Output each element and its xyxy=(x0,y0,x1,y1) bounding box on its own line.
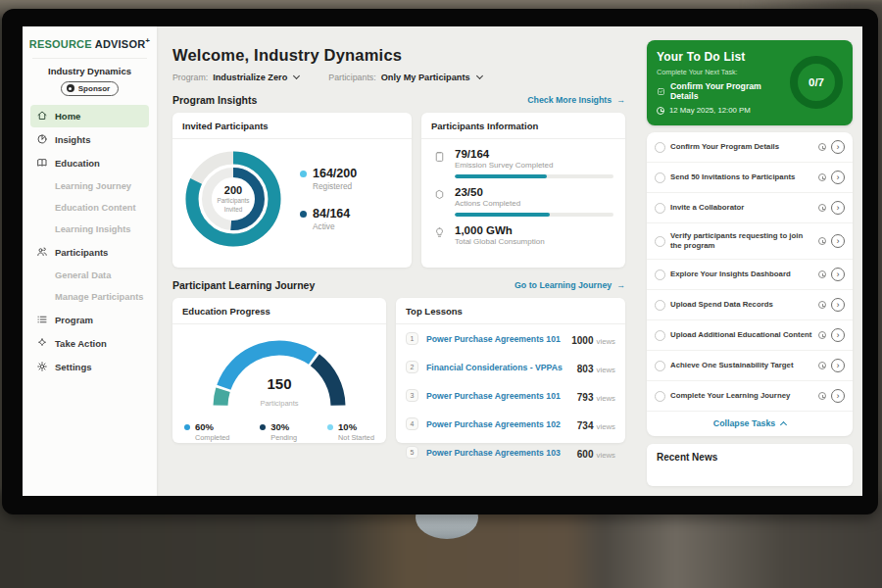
chevron-right-icon[interactable]: › xyxy=(831,201,845,215)
chevron-glyph: › xyxy=(837,143,840,152)
lesson-row[interactable]: 4 Power Purchase Agreements 102 734views xyxy=(396,410,625,438)
todo-tasks-list: Confirm Your Program Details › Send 50 I… xyxy=(647,132,853,436)
views-count: 803 xyxy=(577,364,594,374)
main-content: Welcome, Industry Dynamics Program: Indu… xyxy=(157,26,637,496)
recent-news-card: Recent News xyxy=(647,444,853,486)
chevron-up-icon xyxy=(780,421,787,428)
task-row[interactable]: Invite a Collaborator › xyxy=(647,193,853,223)
sidebar-item-education[interactable]: Education xyxy=(30,152,149,174)
task-row[interactable]: Complete Your Learning Journey › xyxy=(647,381,853,412)
task-checkbox[interactable] xyxy=(655,361,665,371)
logo-text-primary: RESOURCE xyxy=(29,38,92,50)
dashboard-screen: RESOURCEADVISOR+ Industry Dynamics Spons… xyxy=(23,26,862,496)
lesson-link[interactable]: Power Purchase Agreements 103 xyxy=(426,448,569,458)
task-row[interactable]: Explore Your Insights Dashboard › xyxy=(647,260,853,290)
clock-icon xyxy=(818,204,826,212)
collapse-tasks-link[interactable]: Collapse Tasks xyxy=(647,412,853,436)
chevron-down-icon xyxy=(293,73,300,79)
task-checkbox[interactable] xyxy=(655,236,665,247)
sidebar-item-home[interactable]: Home xyxy=(30,105,149,127)
sidebar-item-label: Program xyxy=(55,315,93,325)
lesson-row[interactable]: 5 Power Purchase Agreements 103 600views xyxy=(396,438,625,466)
insights-icon xyxy=(36,133,48,145)
top-lessons-card: Top Lessons 1 Power Purchase Agreements … xyxy=(396,298,625,443)
task-checkbox[interactable] xyxy=(655,270,665,280)
chevron-right-icon[interactable]: › xyxy=(831,389,845,403)
todo-next-task[interactable]: Confirm Your Program Details xyxy=(657,81,784,101)
todo-title: Your To Do List xyxy=(657,50,784,64)
task-row[interactable]: Confirm Your Program Details › xyxy=(647,132,853,163)
sidebar-item-take-action[interactable]: Take Action xyxy=(30,332,149,355)
clock-icon xyxy=(818,392,826,400)
task-row[interactable]: Send 50 Invitations to Participants › xyxy=(647,163,853,193)
legend-value: 84/164 xyxy=(313,207,350,220)
chevron-right-icon[interactable]: › xyxy=(831,359,845,372)
app-logo[interactable]: RESOURCEADVISOR+ xyxy=(23,36,157,50)
todo-progress-ring: 0/7 xyxy=(790,56,843,109)
collapse-label: Collapse Tasks xyxy=(713,418,775,428)
lesson-row[interactable]: 3 Power Purchase Agreements 101 793views xyxy=(396,381,625,410)
sidebar-item-education-content[interactable]: Education Content xyxy=(23,197,157,219)
sidebar-item-program[interactable]: Program xyxy=(30,309,149,331)
donut-legend: 164/200 Registered 84/164 Active xyxy=(300,167,357,231)
sidebar: RESOURCEADVISOR+ Industry Dynamics Spons… xyxy=(23,26,157,496)
lesson-link[interactable]: Power Purchase Agreements 101 xyxy=(426,391,569,401)
task-checkbox[interactable] xyxy=(655,330,665,341)
chevron-glyph: › xyxy=(837,392,840,401)
chevron-right-icon[interactable]: › xyxy=(831,140,845,154)
link-label: Check More Insights xyxy=(527,95,612,105)
chevron-right-icon[interactable]: › xyxy=(831,171,845,184)
gauge-center-caption: Participants xyxy=(260,399,298,408)
participants-select[interactable]: Participants: Only My Participants xyxy=(328,73,481,82)
chevron-right-icon[interactable]: › xyxy=(831,328,845,342)
check-more-insights-link[interactable]: Check More Insights → xyxy=(527,95,625,105)
lesson-row[interactable]: 2 Financial Considerations - VPPAs 803vi… xyxy=(396,353,625,381)
lesson-row[interactable]: 1 Power Purchase Agreements 101 1000view… xyxy=(396,324,625,353)
task-checkbox[interactable] xyxy=(655,203,665,214)
actions-progress-bar xyxy=(455,213,613,217)
sidebar-item-manage-participants[interactable]: Manage Participants xyxy=(23,286,157,308)
stat-label: Emission Survey Completed xyxy=(455,161,613,170)
participants-select-value: Only My Participants xyxy=(381,73,470,82)
progress-bar-fill xyxy=(455,174,547,178)
lesson-link[interactable]: Power Purchase Agreements 102 xyxy=(426,419,569,429)
sidebar-item-settings[interactable]: Settings xyxy=(30,356,149,378)
sidebar-item-learning-journey[interactable]: Learning Journey xyxy=(23,175,157,197)
emission-progress-bar xyxy=(455,174,613,178)
learning-cards-row: Education Progress 150 Participants 60% … xyxy=(172,298,625,443)
donut-center-caption: Participants Invited xyxy=(208,197,259,213)
invited-participants-donut-chart: 200 Participants Invited xyxy=(178,144,288,254)
chevron-right-icon[interactable]: › xyxy=(831,234,845,248)
stat-label: Actions Completed xyxy=(455,199,613,208)
gear-icon xyxy=(36,361,48,372)
recent-news-title: Recent News xyxy=(657,452,843,463)
task-row[interactable]: Achieve One Sustainability Target › xyxy=(647,351,853,381)
task-checkbox[interactable] xyxy=(655,142,665,153)
task-checkbox[interactable] xyxy=(655,300,665,311)
sidebar-item-participants[interactable]: Participants xyxy=(30,241,149,264)
chevron-right-icon[interactable]: › xyxy=(831,268,845,281)
task-label: Achieve One Sustainability Target xyxy=(670,361,813,370)
program-select[interactable]: Program: Industrialize Zero xyxy=(172,73,299,82)
go-to-learning-journey-link[interactable]: Go to Learning Journey → xyxy=(514,280,625,290)
chevron-down-icon xyxy=(476,73,483,79)
legend-item-registered: 164/200 Registered xyxy=(300,167,357,191)
task-row[interactable]: Upload Spend Data Records › xyxy=(647,290,853,320)
task-checkbox[interactable] xyxy=(655,172,665,183)
sidebar-item-insights[interactable]: Insights xyxy=(30,128,149,151)
sidebar-item-learning-insights[interactable]: Learning Insights xyxy=(23,219,157,240)
lesson-views: 803views xyxy=(577,359,615,376)
clock-icon xyxy=(657,107,664,115)
sidebar-item-general-data[interactable]: General Data xyxy=(23,265,157,286)
task-row[interactable]: Verify participants requesting to join t… xyxy=(647,223,853,260)
chevron-right-icon[interactable]: › xyxy=(831,298,845,312)
lesson-link[interactable]: Power Purchase Agreements 101 xyxy=(426,334,564,344)
list-icon xyxy=(36,314,48,325)
lesson-link[interactable]: Financial Considerations - VPPAs xyxy=(426,363,569,372)
donut-center-label: 200 Participants Invited xyxy=(178,144,288,254)
task-checkbox[interactable] xyxy=(655,391,665,402)
org-name: Industry Dynamics xyxy=(23,66,157,76)
lesson-views: 1000views xyxy=(571,330,615,348)
legend-dot xyxy=(300,171,307,177)
task-row[interactable]: Upload Additional Educational Content › xyxy=(647,320,853,351)
